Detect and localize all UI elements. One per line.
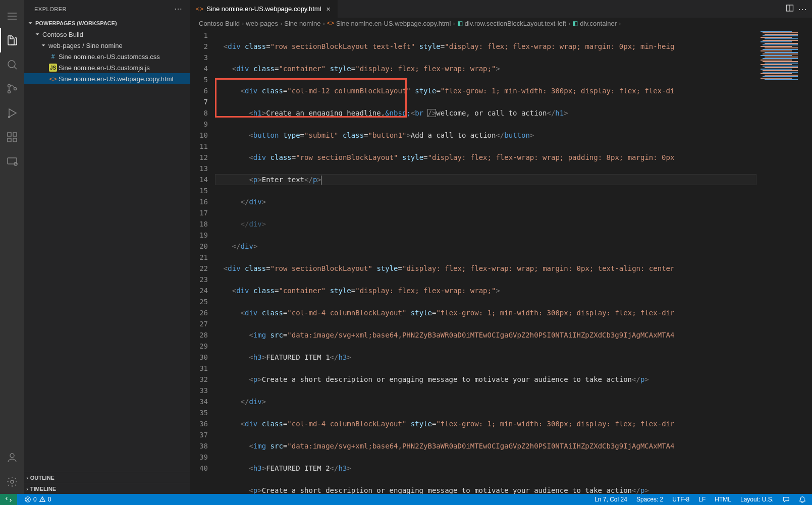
- svg-point-12: [11, 480, 14, 483]
- settings-gear-icon[interactable]: [0, 470, 24, 494]
- svg-rect-6: [13, 133, 17, 136]
- tab-bar: <> Sine nomine.en-US.webpage.copy.html ×…: [191, 0, 812, 18]
- tree-folder-webpages[interactable]: web-pages / Sine nomine: [24, 40, 190, 51]
- svg-point-3: [14, 88, 17, 90]
- tree-file-css[interactable]: # Sine nomine.en-US.customcss.css: [24, 51, 190, 62]
- div-symbol-icon: ◧: [572, 20, 578, 27]
- close-icon[interactable]: ×: [324, 5, 333, 13]
- source-control-icon[interactable]: [0, 77, 24, 101]
- svg-point-0: [8, 61, 15, 68]
- svg-rect-7: [8, 138, 11, 142]
- accounts-icon[interactable]: [0, 445, 24, 470]
- workspace-section[interactable]: POWERPAGES (WORKSPACE): [24, 18, 190, 29]
- status-bar: 0 0 Ln 7, Col 24 Spaces: 2 UTF-8 LF HTML…: [0, 494, 812, 505]
- run-debug-icon[interactable]: [0, 101, 24, 125]
- js-file-icon: JS: [49, 64, 57, 72]
- chevron-right-icon: ›: [26, 475, 28, 481]
- chevron-down-icon: [39, 41, 47, 49]
- line-gutter: 1 2 3 4 5 6 7 8 9 10 11 12 13 14 15 16 1: [191, 29, 215, 494]
- minimap[interactable]: [756, 29, 805, 494]
- tree-file-html[interactable]: <> Sine nomine.en-US.webpage.copy.html: [24, 73, 190, 84]
- activity-bar: [0, 0, 24, 494]
- svg-point-1: [8, 85, 11, 87]
- html-file-icon: <>: [196, 5, 203, 13]
- explorer-title: EXPLORER: [34, 6, 67, 12]
- remote-explorer-icon[interactable]: [0, 149, 24, 174]
- html-file-icon: <>: [327, 20, 334, 27]
- chevron-right-icon: ›: [26, 486, 28, 492]
- explorer-icon[interactable]: [0, 28, 24, 52]
- status-language[interactable]: HTML: [713, 496, 733, 503]
- status-spaces[interactable]: Spaces: 2: [634, 496, 665, 503]
- svg-rect-5: [8, 133, 11, 136]
- code-area[interactable]: <div class="row sectionBlockLayout text-…: [215, 29, 756, 494]
- status-layout[interactable]: Layout: U.S.: [738, 496, 776, 503]
- split-editor-icon[interactable]: [786, 4, 794, 14]
- status-line-col[interactable]: Ln 7, Col 24: [592, 496, 629, 503]
- vertical-scrollbar[interactable]: [805, 29, 812, 494]
- status-eol[interactable]: LF: [696, 496, 708, 503]
- more-actions-icon[interactable]: ⋯: [798, 4, 807, 15]
- menu-icon[interactable]: [0, 4, 24, 28]
- tree-file-js[interactable]: JS Sine nomine.en-US.customjs.js: [24, 62, 190, 73]
- outline-section[interactable]: › OUTLINE: [24, 472, 190, 483]
- errors-warnings[interactable]: 0 0: [22, 496, 53, 503]
- breadcrumbs[interactable]: Contoso Build › web-pages › Sine nomine …: [191, 18, 812, 29]
- svg-rect-8: [13, 138, 17, 142]
- html-file-icon: <>: [49, 75, 57, 83]
- timeline-section[interactable]: › TIMELINE: [24, 483, 190, 494]
- svg-point-2: [8, 91, 11, 93]
- editor[interactable]: 1 2 3 4 5 6 7 8 9 10 11 12 13 14 15 16 1: [191, 29, 812, 494]
- tree-folder-root[interactable]: Contoso Build: [24, 29, 190, 40]
- sidebar: EXPLORER ⋯ POWERPAGES (WORKSPACE) Contos…: [24, 0, 191, 494]
- extensions-icon[interactable]: [0, 125, 24, 149]
- search-activity-icon[interactable]: [0, 52, 24, 77]
- chevron-down-icon: [26, 19, 34, 27]
- div-symbol-icon: ◧: [457, 20, 463, 27]
- svg-point-11: [10, 454, 14, 458]
- notifications-icon[interactable]: [797, 496, 808, 503]
- status-encoding[interactable]: UTF-8: [670, 496, 691, 503]
- feedback-icon[interactable]: [781, 496, 792, 503]
- remote-indicator[interactable]: [0, 494, 17, 505]
- css-file-icon: #: [51, 53, 55, 60]
- explorer-more-icon[interactable]: ⋯: [174, 4, 183, 14]
- chevron-down-icon: [33, 30, 41, 38]
- tab-active[interactable]: <> Sine nomine.en-US.webpage.copy.html ×: [191, 0, 338, 18]
- svg-rect-9: [8, 158, 17, 164]
